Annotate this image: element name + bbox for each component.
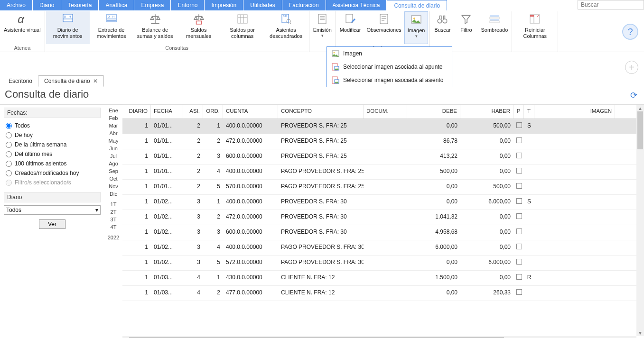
month-nov[interactable]: Nov <box>104 183 122 190</box>
dropdown-sel-apunte[interactable]: Seleccionar imagen asociada al apunte <box>327 60 452 73</box>
table-row[interactable]: 101/02...31400.0.0.00000PROVEEDOR S. FRA… <box>122 195 644 210</box>
col-header-cuenta[interactable]: CUENTA <box>223 105 278 119</box>
diario-select[interactable]: Todos ▾ <box>4 205 101 215</box>
table-row[interactable]: 101/01...24400.0.0.00000PAGO PROVEEDOR S… <box>122 164 644 180</box>
dropdown-imagen-plain[interactable]: Imagen <box>327 47 452 60</box>
add-button[interactable]: + <box>625 61 638 74</box>
menu-impresión[interactable]: Impresión <box>205 0 243 10</box>
scroll-left-arrow[interactable]: ◄ <box>122 336 129 338</box>
month-oct[interactable]: Oct <box>104 175 122 183</box>
month-4t[interactable]: 4T <box>104 223 122 231</box>
month-1t[interactable]: 1T <box>104 201 122 208</box>
checkbox[interactable] <box>516 228 522 234</box>
col-header-asi[interactable]: ASI. <box>183 105 203 119</box>
vertical-scrollbar[interactable]: ▲ ▼ <box>636 105 644 336</box>
table-row[interactable]: 101/02...32472.0.0.00000PROVEEDOR S. FRA… <box>122 210 644 225</box>
menu-analítica[interactable]: Analítica <box>99 0 134 10</box>
ribbon-saldos-col[interactable]: Saldos por columnas <box>221 11 264 44</box>
checkbox[interactable] <box>516 244 522 249</box>
table-row[interactable]: 101/01...25570.0.0.00000PAGO PROVEEDOR S… <box>122 180 644 195</box>
month-jul[interactable]: Jul <box>104 152 122 160</box>
month-sep[interactable]: Sep <box>104 167 122 175</box>
ribbon-asistente[interactable]: αAsistente virtual <box>1 11 44 44</box>
radio-input-mes[interactable] <box>6 151 12 157</box>
month-may[interactable]: May <box>104 137 122 145</box>
menu-empresa[interactable]: Empresa <box>134 0 170 10</box>
radio-creados[interactable]: Creados/modificados hoy <box>4 168 101 178</box>
ribbon-observaciones[interactable]: Observaciones <box>364 11 404 44</box>
radio-todos[interactable]: Todos <box>4 121 101 130</box>
menu-consulta-de-diario[interactable]: Consulta de diario <box>387 0 447 10</box>
radio-input-todos[interactable] <box>6 123 12 129</box>
month-abr[interactable]: Abr <box>104 129 122 137</box>
table-row[interactable]: 101/02...33600.0.0.00000PROVEEDOR S. FRA… <box>122 225 644 240</box>
radio-cien[interactable]: 100 últimos asientos <box>4 159 101 168</box>
ribbon-buscar[interactable]: Buscar <box>430 11 454 44</box>
checkbox[interactable] <box>516 183 522 189</box>
month-mar[interactable]: Mar <box>104 122 122 129</box>
ribbon-saldos-men[interactable]: Saldos mensuales <box>177 11 221 44</box>
month-feb[interactable]: Feb <box>104 114 122 122</box>
menu-diario[interactable]: Diario <box>33 0 61 10</box>
ribbon-modificar[interactable]: Modificar <box>337 11 364 44</box>
col-header-t[interactable]: T <box>524 105 534 119</box>
menu-facturación[interactable]: Facturación <box>282 0 326 10</box>
ribbon-imagen[interactable]: Imagen▾ <box>404 11 429 44</box>
horizontal-scrollbar[interactable]: ◄ ► <box>122 336 636 338</box>
scroll-right-arrow[interactable]: ► <box>630 336 636 338</box>
table-row[interactable]: 101/02...35572.0.0.00000PAGO PROVEEDOR S… <box>122 256 644 271</box>
menu-entorno[interactable]: Entorno <box>171 0 204 10</box>
radio-input-semana[interactable] <box>6 142 12 148</box>
col-header-concepto[interactable]: CONCEPTO <box>278 105 364 119</box>
help-button[interactable]: ? <box>622 24 638 40</box>
col-header-haber[interactable]: HABER <box>460 105 513 119</box>
menu-utilidades[interactable]: Utilidades <box>243 0 282 10</box>
ribbon-filtro[interactable]: Filtro <box>454 11 478 44</box>
radio-hoy[interactable]: De hoy <box>4 130 101 140</box>
tab-escritorio[interactable]: Escritorio <box>3 76 38 86</box>
col-header-diario[interactable]: DIARIO <box>122 105 151 119</box>
table-row[interactable]: 101/01...21400.0.0.00000PROVEEDOR S. FRA… <box>122 119 644 134</box>
ribbon-emision[interactable]: Emisión▾ <box>310 11 335 44</box>
ribbon-sombreado[interactable]: Sombreado <box>478 11 511 44</box>
radio-mes[interactable]: Del último mes <box>4 149 101 159</box>
radio-input-cien[interactable] <box>6 161 12 167</box>
dropdown-sel-asiento[interactable]: Seleccionar imagen asociada al asiento <box>327 73 452 87</box>
ver-button[interactable]: Ver <box>39 219 65 229</box>
checkbox[interactable] <box>516 213 522 219</box>
vscroll-thumb[interactable] <box>637 111 643 149</box>
month-ene[interactable]: Ene <box>104 107 122 114</box>
col-header-docum[interactable]: DOCUM. <box>364 105 407 119</box>
scroll-up-arrow[interactable]: ▲ <box>636 105 644 111</box>
checkbox[interactable] <box>516 289 522 295</box>
menu-asistencia-técnica[interactable]: Asistencia Técnica <box>326 0 387 10</box>
ribbon-descuadrados[interactable]: D HAsientos descuadrados <box>264 11 308 44</box>
menu-tesorería[interactable]: Tesorería <box>61 0 98 10</box>
month-3t[interactable]: 3T <box>104 216 122 223</box>
radio-semana[interactable]: De la última semana <box>4 140 101 149</box>
ribbon-extracto[interactable]: DHExtracto de movimientos <box>90 11 133 44</box>
checkbox[interactable] <box>516 137 522 143</box>
month-2022[interactable]: 2022 <box>104 234 122 241</box>
checkbox[interactable] <box>516 198 522 204</box>
ribbon-reiniciar[interactable]: Reiniciar Columnas <box>513 11 557 44</box>
table-row[interactable]: 101/01...23600.0.0.00000PROVEEDOR S. FRA… <box>122 149 644 164</box>
checkbox[interactable] <box>516 168 522 174</box>
table-row[interactable]: 101/02...34400.0.0.00000PAGO PROVEEDOR S… <box>122 240 644 256</box>
checkbox[interactable] <box>516 274 522 280</box>
ribbon-balance[interactable]: Balance de sumas y saldos <box>133 11 177 44</box>
month-2t[interactable]: 2T <box>104 208 122 216</box>
menu-archivo[interactable]: Archivo <box>0 0 32 10</box>
month-ago[interactable]: Ago <box>104 160 122 167</box>
scroll-down-arrow[interactable]: ▼ <box>636 329 644 336</box>
checkbox[interactable] <box>516 122 522 128</box>
radio-input-creados[interactable] <box>6 170 12 176</box>
checkbox[interactable] <box>516 153 522 158</box>
tab-consulta-de-diario[interactable]: Consulta de diario✕ <box>38 75 104 87</box>
col-header-debe[interactable]: DEBE <box>407 105 460 119</box>
search-input[interactable] <box>578 0 644 9</box>
refresh-icon[interactable]: ⟳ <box>630 90 637 100</box>
col-header-fecha[interactable]: FECHA <box>151 105 183 119</box>
table-row[interactable]: 101/01...22472.0.0.00000PROVEEDOR S. FRA… <box>122 134 644 149</box>
month-jun[interactable]: Jun <box>104 145 122 152</box>
